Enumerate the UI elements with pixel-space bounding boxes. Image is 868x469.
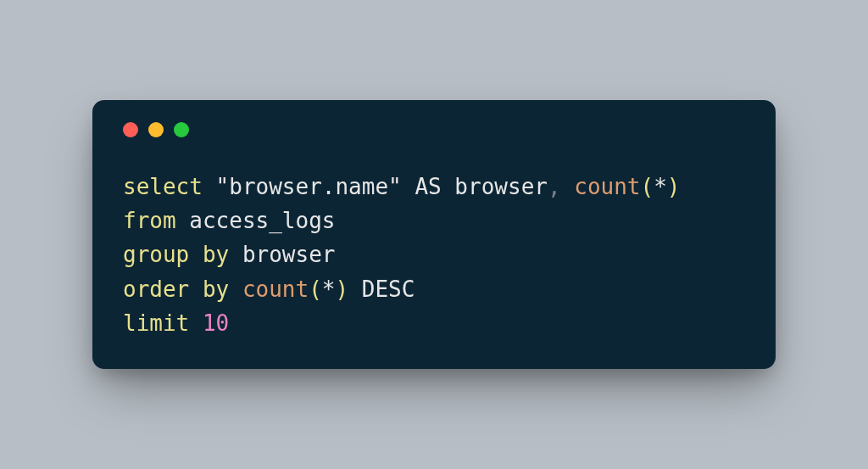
code-token-star: *	[654, 174, 667, 199]
code-token-kw: limit	[123, 310, 189, 336]
code-token-func: count	[242, 276, 309, 302]
code-token-kwAS: AS	[415, 174, 441, 199]
code-token-kw: group	[123, 242, 189, 267]
code-token-kw: from	[123, 208, 176, 233]
code-token-star: *	[322, 276, 336, 302]
code-token-comma: ,	[548, 174, 561, 199]
code-token-kw: by	[203, 276, 229, 302]
code-token-ident: access_logs	[189, 208, 335, 233]
code-token-punct: )	[336, 276, 349, 302]
code-token-str: "browser.name"	[216, 174, 402, 199]
code-token-kw: select	[123, 174, 203, 199]
code-token-ident: browser	[242, 242, 336, 267]
code-token-num: 10	[203, 310, 229, 336]
close-icon[interactable]	[123, 122, 138, 137]
code-token-punct: )	[667, 174, 681, 199]
code-window: select "browser.name" AS browser, count(…	[92, 100, 776, 369]
code-token-func: count	[574, 174, 640, 199]
traffic-lights	[123, 122, 745, 137]
code-token-kwDESC: DESC	[362, 276, 415, 302]
minimize-icon[interactable]	[148, 122, 164, 137]
code-token-kw: by	[203, 242, 229, 267]
code-block: select "browser.name" AS browser, count(…	[123, 170, 745, 340]
code-token-punct: (	[641, 174, 654, 199]
code-token-kw: order	[123, 276, 189, 302]
code-token-punct: (	[309, 276, 322, 302]
code-token-ident: browser	[454, 174, 548, 199]
maximize-icon[interactable]	[174, 122, 189, 137]
